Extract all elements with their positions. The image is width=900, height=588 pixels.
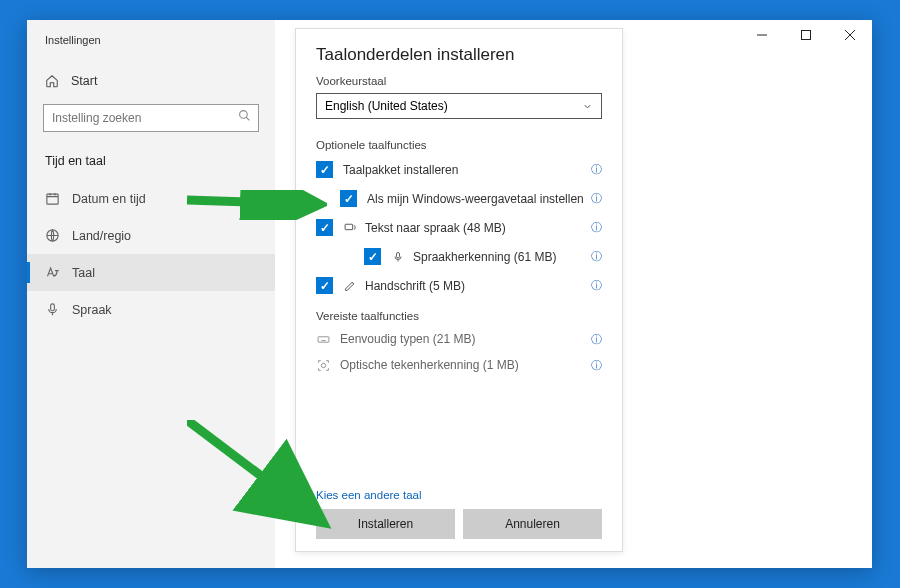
nav-home[interactable]: Start (27, 64, 275, 98)
sidebar: Instellingen Start Tijd en taal Datum en… (27, 20, 275, 568)
sidebar-item-spraak[interactable]: Spraak (27, 291, 275, 328)
selected-language: English (United States) (325, 99, 448, 113)
language-icon (45, 265, 60, 280)
svg-rect-6 (397, 252, 400, 258)
cancel-button[interactable]: Annuleren (463, 509, 602, 539)
modal-title: Taalonderdelen installeren (316, 45, 602, 65)
checkbox-tts[interactable] (316, 219, 333, 236)
svg-rect-5 (345, 224, 353, 229)
main-content: Taalonderdelen installeren Voorkeurstaal… (275, 20, 872, 568)
maximize-button[interactable] (784, 20, 828, 50)
option-label: Taalpakket installeren (343, 163, 458, 177)
calendar-icon (45, 191, 60, 206)
install-language-modal: Taalonderdelen installeren Voorkeurstaal… (295, 28, 623, 552)
preferred-language-label: Voorkeurstaal (316, 75, 602, 87)
modal-buttons: Installeren Annuleren (316, 509, 602, 539)
sidebar-item-datum-en-tijd[interactable]: Datum en tijd (27, 180, 275, 217)
option-label: Handschrift (5 MB) (365, 279, 465, 293)
required-ocr: Optische tekenherkenning (1 MB) ⓘ (316, 358, 602, 372)
option-tts: Tekst naar spraak (48 MB) ⓘ (316, 219, 602, 236)
option-label: Tekst naar spraak (48 MB) (365, 221, 506, 235)
settings-window: Instellingen Start Tijd en taal Datum en… (27, 20, 872, 568)
app-title: Instellingen (27, 32, 275, 64)
info-icon[interactable]: ⓘ (591, 162, 602, 177)
sidebar-item-label: Datum en tijd (72, 192, 146, 206)
required-basic-typing: Eenvoudig typen (21 MB) ⓘ (316, 332, 602, 346)
required-label: Eenvoudig typen (21 MB) (340, 332, 475, 346)
option-label: Spraakherkenning (61 MB) (413, 250, 556, 264)
info-icon[interactable]: ⓘ (591, 249, 602, 264)
minimize-button[interactable] (740, 20, 784, 50)
option-set-display-lang: Als mijn Windows-weergavetaal instellen … (316, 190, 602, 207)
checkbox-set-display[interactable] (340, 190, 357, 207)
microphone-icon (391, 251, 405, 263)
svg-point-0 (240, 111, 248, 119)
info-icon[interactable]: ⓘ (591, 278, 602, 293)
required-label: Optische tekenherkenning (1 MB) (340, 358, 519, 372)
info-icon[interactable]: ⓘ (591, 220, 602, 235)
search-input[interactable] (43, 104, 259, 132)
tts-icon (343, 221, 357, 234)
globe-icon (45, 228, 60, 243)
sidebar-item-label: Land/regio (72, 229, 131, 243)
nav-home-label: Start (71, 74, 97, 88)
option-install-pack: Taalpakket installeren ⓘ (316, 161, 602, 178)
microphone-icon (45, 302, 60, 317)
window-controls (740, 20, 872, 50)
svg-point-8 (321, 363, 325, 367)
svg-rect-4 (802, 31, 811, 40)
info-icon[interactable]: ⓘ (591, 332, 602, 347)
sidebar-item-label: Spraak (72, 303, 112, 317)
optional-section-title: Optionele taalfuncties (316, 139, 602, 151)
category-title: Tijd en taal (27, 150, 275, 180)
svg-rect-3 (51, 304, 55, 311)
option-handwriting: Handschrift (5 MB) ⓘ (316, 277, 602, 294)
chevron-down-icon (582, 101, 593, 112)
handwriting-icon (343, 279, 357, 292)
svg-rect-7 (318, 336, 329, 341)
checkbox-speech-rec[interactable] (364, 248, 381, 265)
sidebar-item-taal[interactable]: Taal (27, 254, 275, 291)
close-button[interactable] (828, 20, 872, 50)
svg-rect-1 (47, 194, 58, 204)
ocr-icon (316, 359, 330, 372)
keyboard-icon (316, 333, 330, 346)
search-icon (238, 109, 251, 122)
option-speech-rec: Spraakherkenning (61 MB) ⓘ (316, 248, 602, 265)
sidebar-item-label: Taal (72, 266, 95, 280)
search-box[interactable] (43, 104, 259, 132)
checkbox-handwriting[interactable] (316, 277, 333, 294)
sidebar-item-land-regio[interactable]: Land/regio (27, 217, 275, 254)
info-icon[interactable]: ⓘ (591, 191, 602, 206)
language-select[interactable]: English (United States) (316, 93, 602, 119)
install-button[interactable]: Installeren (316, 509, 455, 539)
info-icon[interactable]: ⓘ (591, 358, 602, 373)
option-label: Als mijn Windows-weergavetaal instellen (367, 192, 584, 206)
home-icon (45, 74, 59, 88)
choose-other-language-link[interactable]: Kies een andere taal (316, 489, 602, 501)
required-section-title: Vereiste taalfuncties (316, 310, 602, 322)
checkbox-install-pack[interactable] (316, 161, 333, 178)
